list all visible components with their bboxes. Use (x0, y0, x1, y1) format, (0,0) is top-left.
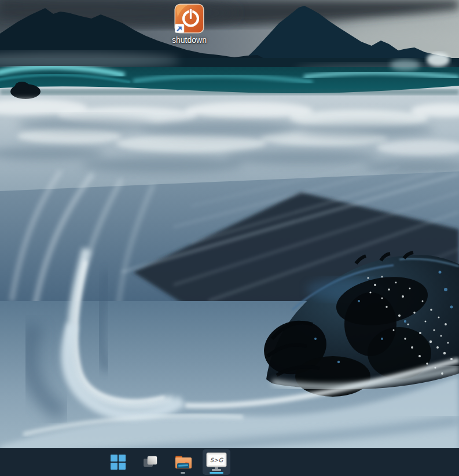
windows-logo-icon (111, 455, 126, 470)
task-view-button[interactable] (138, 449, 163, 475)
power-icon (174, 3, 204, 34)
wallpaper-seascape (0, 0, 459, 476)
desktop-shortcut-label: shutdown (172, 35, 207, 45)
taskbar-button-group: S>G (105, 448, 230, 476)
taskbar: S>G (0, 448, 459, 476)
desktop: shutdown (0, 0, 459, 476)
active-indicator (210, 472, 223, 474)
file-explorer-folder-icon (174, 453, 192, 471)
screentogif-monitor-icon: S>G (206, 452, 227, 472)
file-explorer-button[interactable] (170, 449, 196, 475)
shortcut-arrow-badge (175, 24, 185, 33)
desktop-shortcut-shutdown[interactable]: shutdown (166, 3, 212, 45)
task-view-icon (143, 455, 158, 469)
screentogif-button[interactable]: S>G (203, 449, 230, 475)
running-indicator (181, 472, 185, 474)
screentogif-icon-text: S>G (210, 457, 224, 463)
start-button[interactable] (105, 449, 131, 475)
